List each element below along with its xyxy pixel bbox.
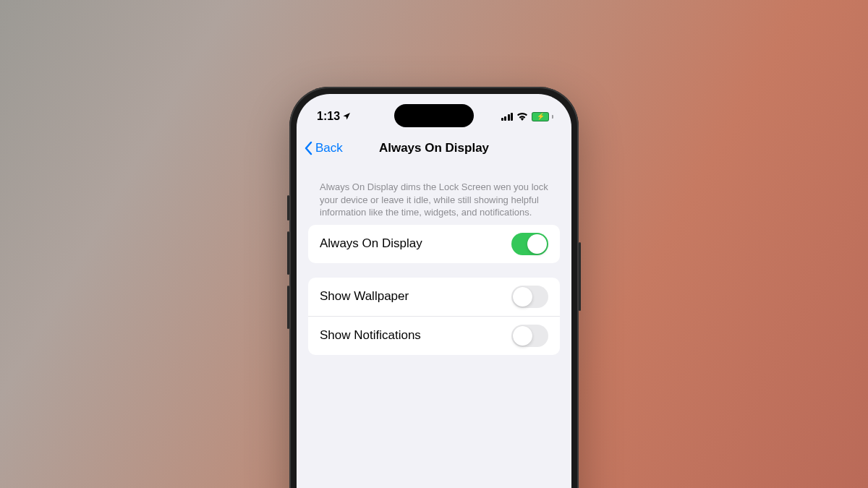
setting-row-show-wallpaper: Show Wallpaper [308,278,560,316]
battery-icon: ⚡ [532,112,551,121]
toggle-knob [527,234,547,254]
settings-group-main: Always On Display [308,225,560,263]
setting-label: Show Notifications [320,328,421,343]
back-label: Back [315,141,343,155]
status-time: 1:13 [317,110,340,123]
charging-bolt-icon: ⚡ [537,113,545,120]
location-icon [342,112,351,121]
cellular-signal-icon [501,112,514,121]
toggle-show-wallpaper[interactable] [511,286,548,308]
toggle-always-on-display[interactable] [511,233,548,255]
status-bar-left: 1:13 [317,110,351,123]
setting-label: Always On Display [320,236,422,251]
status-bar-right: ⚡ [501,112,552,121]
navigation-bar: Back Always On Display [297,133,571,165]
toggle-knob [513,326,532,346]
phone-volume-up [287,231,289,275]
setting-label: Show Wallpaper [320,289,409,304]
phone-power-button [579,242,581,311]
chevron-left-icon [304,141,312,155]
phone-silent-switch [287,195,289,221]
setting-row-show-notifications: Show Notifications [308,316,560,355]
dynamic-island [394,104,474,127]
toggle-show-notifications[interactable] [511,325,548,347]
setting-row-always-on-display: Always On Display [308,225,560,263]
back-button[interactable]: Back [304,141,343,155]
phone-volume-down [287,286,289,329]
phone-frame: 1:13 ⚡ [289,87,579,488]
wifi-icon [516,112,528,121]
page-title: Always On Display [379,141,489,155]
settings-group-options: Show Wallpaper Show Notifications [308,278,560,355]
toggle-knob [513,287,532,307]
settings-description: Always On Display dims the Lock Screen w… [308,181,560,225]
settings-content: Always On Display dims the Lock Screen w… [297,181,571,355]
phone-screen: 1:13 ⚡ [297,94,571,488]
